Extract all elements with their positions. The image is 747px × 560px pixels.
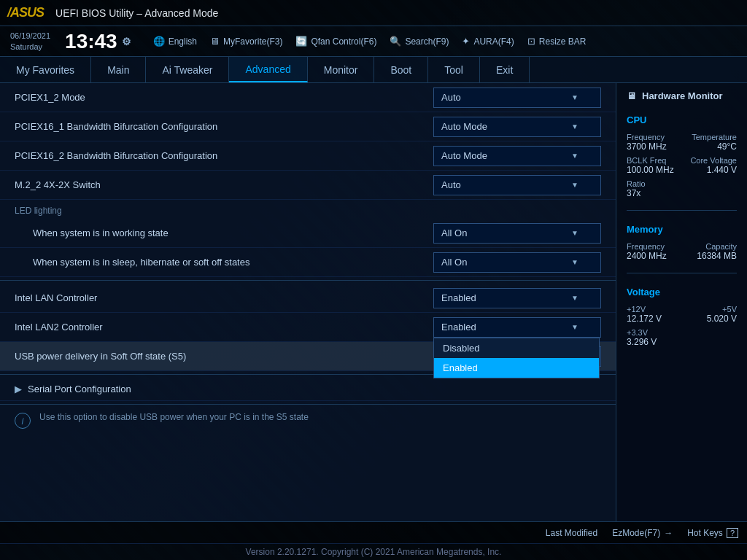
hw-separator-1 [627, 210, 737, 211]
hw-ratio-value: 37x [627, 188, 640, 198]
hw-freq-value: 3700 MHz [627, 141, 667, 152]
hw-v5-value: 5.020 V [707, 314, 737, 324]
collapse-arrow-icon: ▶ [15, 384, 22, 394]
hw-mem-cap-value: 16384 MB [697, 251, 737, 261]
search-button[interactable]: 🔍 Search(F9) [390, 36, 449, 47]
intel-lan-label: Intel LAN Controller [15, 292, 97, 303]
hw-separator-2 [627, 273, 737, 273]
language-selector[interactable]: 🌐 English [153, 36, 197, 47]
hw-bclk-label: BCLK Freq [627, 156, 666, 165]
resize-icon: ⊡ [527, 36, 535, 47]
led-working-dropdown-wrap: All On ▼ [433, 223, 601, 244]
info-icon: i [15, 413, 31, 429]
hw-memory-title: Memory [627, 224, 737, 235]
aura-label: AURA(F4) [473, 36, 514, 47]
intel-lan-dropdown-wrap: Enabled ▼ [433, 288, 601, 308]
ez-mode-button[interactable]: EzMode(F7) → [612, 528, 673, 538]
question-icon: ? [727, 528, 738, 538]
resize-bar-button[interactable]: ⊡ Resize BAR [527, 36, 587, 47]
hw-monitor-panel: 🖥 Hardware Monitor CPU Frequency Tempera… [616, 83, 747, 521]
my-favorite-label: MyFavorite(F3) [223, 36, 282, 47]
qfan-button[interactable]: 🔄 Qfan Control(F6) [295, 36, 376, 47]
chevron-down-icon: ▼ [571, 294, 578, 302]
chevron-down-icon: ▼ [571, 229, 578, 237]
search-label: Search(F9) [405, 36, 449, 47]
pciex1-mode-label: PCIEX1_2 Mode [15, 92, 85, 103]
fan-icon: 🔄 [295, 36, 307, 47]
resize-bar-label: Resize BAR [539, 36, 587, 47]
top-icons: 🌐 English 🖥 MyFavorite(F3) 🔄 Qfan Contro… [153, 36, 587, 47]
setting-row-led-sleep: When system is in sleep, hibernate or so… [0, 248, 616, 277]
setting-row-pciex16-1-bifurcation: PCIEX16_1 Bandwidth Bifurcation Configur… [0, 112, 616, 141]
last-modified-button[interactable]: Last Modified [546, 528, 597, 538]
hw-cpu-stats: Frequency Temperature 3700 MHz 49°C BCLK… [627, 133, 737, 198]
led-working-label: When system is in working state [33, 228, 169, 238]
hw-v12-label: +12V [627, 305, 646, 314]
hw-cpu-freq-row: Frequency Temperature [627, 133, 737, 141]
settings-gear-icon[interactable]: ⚙ [122, 36, 131, 47]
info-text: Use this option to disable USB power whe… [39, 412, 309, 422]
hw-bclk-values: 100.00 MHz 1.440 V [627, 165, 737, 175]
hw-voltage-title: Voltage [627, 287, 737, 298]
hot-keys-button[interactable]: Hot Keys ? [687, 528, 738, 538]
setting-row-m2-switch: M.2_2 4X-2X Switch Auto ▼ [0, 171, 616, 200]
pciex16-2-dropdown-wrap: Auto Mode ▼ [433, 146, 601, 166]
pciex1-mode-dropdown[interactable]: Auto ▼ [433, 88, 601, 108]
tab-exit[interactable]: Exit [480, 57, 530, 82]
hw-v12-values: 12.172 V 5.020 V [627, 314, 737, 324]
info-row: i Use this option to disable USB power w… [0, 404, 616, 436]
setting-row-intel-lan: Intel LAN Controller Enabled ▼ [0, 284, 616, 313]
option-enabled[interactable]: Enabled [434, 358, 599, 378]
chevron-down-icon: ▼ [571, 323, 578, 331]
intel-lan-dropdown[interactable]: Enabled ▼ [433, 288, 601, 308]
search-icon: 🔍 [390, 36, 401, 47]
pciex16-1-label: PCIEX16_1 Bandwidth Bifurcation Configur… [15, 121, 217, 132]
hw-mem-freq-value: 2400 MHz [627, 251, 667, 261]
version-text: Version 2.20.1271. Copyright (C) 2021 Am… [246, 547, 502, 557]
tab-main[interactable]: Main [91, 57, 146, 82]
hw-bclk-value: 100.00 MHz [627, 165, 674, 175]
tab-advanced[interactable]: Advanced [229, 57, 307, 82]
hw-voltage-stats: +12V +5V 12.172 V 5.020 V +3.3V 3.296 V [627, 305, 737, 347]
chevron-down-icon: ▼ [571, 122, 578, 131]
pciex16-2-dropdown[interactable]: Auto Mode ▼ [433, 146, 601, 166]
hw-v33-label: +3.3V [627, 328, 648, 337]
pciex16-2-value: Auto Mode [441, 150, 487, 161]
date: 06/19/2021 [10, 31, 50, 41]
tab-my-favorites[interactable]: My Favorites [0, 57, 91, 82]
m2-switch-value: Auto [441, 179, 461, 190]
aura-icon: ✦ [462, 36, 470, 47]
asus-logo: /ASUS [7, 5, 44, 20]
intel-lan-value: Enabled [441, 292, 476, 303]
setting-row-led-working: When system is in working state All On ▼ [0, 219, 616, 248]
pciex16-1-dropdown-wrap: Auto Mode ▼ [433, 117, 601, 137]
led-sleep-dropdown[interactable]: All On ▼ [433, 252, 601, 273]
usb-power-label: USB power delivery in Soft Off state (S5… [15, 351, 186, 362]
qfan-label: Qfan Control(F6) [311, 36, 376, 47]
tab-monitor[interactable]: Monitor [308, 57, 375, 82]
bios-title: UEFI BIOS Utility – Advanced Mode [55, 7, 218, 19]
intel-lan2-dropdown[interactable]: Enabled ▼ [433, 317, 601, 338]
intel-lan2-value: Enabled [441, 322, 476, 332]
option-disabled[interactable]: Disabled [434, 338, 599, 358]
pciex16-2-label: PCIEX16_2 Bandwidth Bifurcation Configur… [15, 150, 217, 161]
intel-lan2-label: Intel LAN2 Controller [15, 322, 103, 332]
hw-ratio-value-row: 37x [627, 188, 737, 198]
tab-boot[interactable]: Boot [374, 57, 428, 82]
hw-v33-row: +3.3V [627, 328, 737, 337]
hw-v12-row: +12V +5V [627, 305, 737, 314]
hw-temp-label: Temperature [692, 133, 737, 141]
serial-port-config-row[interactable]: ▶ Serial Port Configuration [0, 378, 616, 401]
serial-port-label: Serial Port Configuration [28, 384, 131, 394]
last-modified-label: Last Modified [546, 528, 597, 538]
aura-button[interactable]: ✦ AURA(F4) [462, 36, 514, 47]
led-working-dropdown[interactable]: All On ▼ [433, 223, 601, 244]
m2-switch-dropdown[interactable]: Auto ▼ [433, 175, 601, 195]
hw-v12-value: 12.172 V [627, 314, 662, 324]
setting-row-pciex16-2-bifurcation: PCIEX16_2 Bandwidth Bifurcation Configur… [0, 141, 616, 171]
my-favorite-button[interactable]: 🖥 MyFavorite(F3) [210, 36, 282, 47]
pciex16-1-dropdown[interactable]: Auto Mode ▼ [433, 117, 601, 137]
hw-memory-stats: Frequency Capacity 2400 MHz 16384 MB [627, 242, 737, 261]
tab-tool[interactable]: Tool [428, 57, 480, 82]
tab-ai-tweaker[interactable]: Ai Tweaker [146, 57, 229, 82]
